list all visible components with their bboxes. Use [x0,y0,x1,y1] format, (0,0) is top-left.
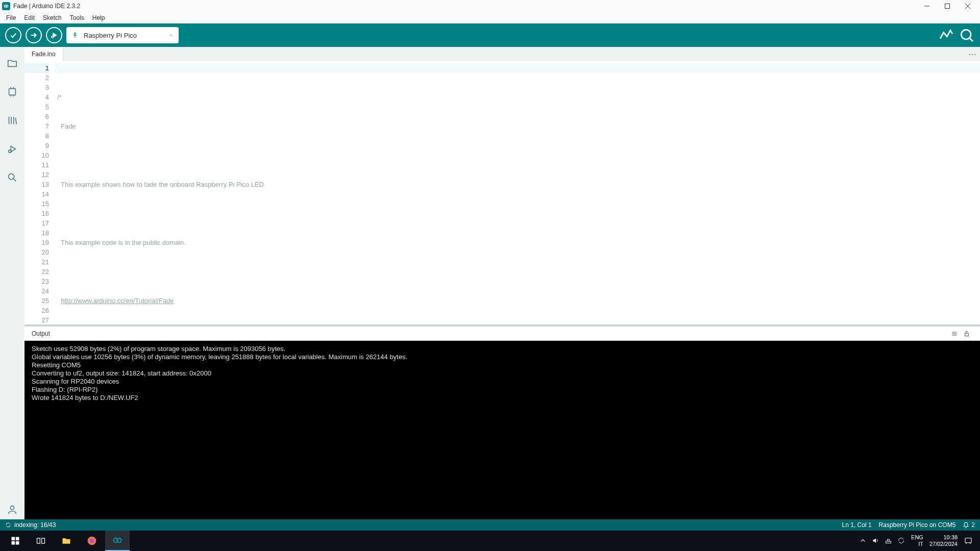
menubar: File Edit Sketch Tools Help [0,12,980,23]
svg-rect-15 [9,89,16,95]
statusbar: indexing: 16/43 Ln 1, Col 1 Raspberry Pi… [0,519,980,531]
titlebar: Fade | Arduino IDE 2.3.2 [0,0,980,12]
svg-rect-34 [16,537,19,541]
upload-button[interactable] [26,27,42,43]
tray-volume-icon[interactable] [872,537,879,545]
sketchbook-icon[interactable] [5,56,19,70]
account-icon[interactable] [5,505,19,519]
menu-edit[interactable]: Edit [20,13,39,22]
status-cursor[interactable]: Ln 1, Col 1 [842,521,872,529]
svg-line-23 [15,118,16,124]
activity-bar [0,47,24,519]
sync-icon [5,522,11,528]
svg-point-13 [961,30,971,39]
tray-sync-icon[interactable] [897,537,905,545]
tray-chevron-icon[interactable] [859,537,867,545]
status-board[interactable]: Raspberry Pi Pico on COM5 [879,521,956,529]
main-area: Fade.ino ⋯ 1 2 3 4 5 6 7 8 9 10 11 12 13… [0,47,980,519]
svg-rect-44 [886,541,891,543]
close-button[interactable] [958,0,978,12]
debug-panel-icon[interactable] [5,142,19,156]
tray-language[interactable]: ENG IT [911,534,923,547]
tray-network-icon[interactable] [885,537,892,545]
verify-button[interactable] [5,27,21,43]
board-name: Raspberry Pi Pico [84,32,137,39]
menu-sketch[interactable]: Sketch [39,13,66,22]
svg-point-40 [90,539,94,543]
svg-line-27 [14,179,16,182]
editor-tabs: Fade.ino ⋯ [24,47,980,61]
output-options-icon[interactable] [948,328,961,340]
windows-taskbar: ENG IT 10:38 27/02/2024 [0,531,980,551]
window-title: Fade | Arduino IDE 2.3.2 [13,3,80,10]
svg-point-25 [9,150,12,153]
search-panel-icon[interactable] [5,170,19,185]
arduino-taskbar-button[interactable] [105,531,130,551]
output-header: Output [24,327,980,341]
app-icon [2,2,10,10]
code-editor[interactable]: 1 2 3 4 5 6 7 8 9 10 11 12 13 14 15 16 1… [24,61,980,324]
svg-rect-46 [965,538,971,543]
status-notifications[interactable]: 2 [963,521,975,529]
menu-tools[interactable]: Tools [66,13,88,22]
svg-rect-33 [12,537,15,541]
svg-rect-3 [945,4,950,9]
svg-marker-43 [873,538,876,543]
boards-manager-icon[interactable] [5,85,19,99]
tab-fade[interactable]: Fade.ino [24,47,63,61]
serial-plotter-button[interactable] [938,27,954,43]
debug-button[interactable] [46,27,62,43]
output-lock-icon[interactable] [961,328,973,340]
chevron-down-icon [168,33,174,38]
line-gutter: 1 2 3 4 5 6 7 8 9 10 11 12 13 14 15 16 1… [24,61,54,324]
firefox-button[interactable] [80,531,104,551]
status-indexing: indexing: 16/43 [14,521,56,529]
output-panel: Output Sketch uses 52908 bytes (2%) of p… [24,324,980,519]
usb-icon [71,32,79,39]
tab-overflow-button[interactable]: ⋯ [965,47,980,61]
toolbar: Raspberry Pi Pico [0,23,980,47]
serial-monitor-button[interactable] [959,27,975,43]
minimize-button[interactable] [917,0,937,12]
svg-line-14 [969,38,973,41]
svg-point-28 [10,506,14,510]
svg-rect-38 [42,538,45,543]
file-explorer-button[interactable] [54,531,79,551]
library-manager-icon[interactable] [5,113,19,128]
start-button[interactable] [3,531,28,551]
output-console[interactable]: Sketch uses 52908 bytes (2%) of program … [24,341,980,519]
code-content[interactable]: /* Fade This example shows how to fade t… [54,61,980,324]
menu-file[interactable]: File [2,13,20,22]
task-view-button[interactable] [29,531,53,551]
bell-icon [963,522,969,529]
maximize-button[interactable] [937,0,958,12]
tray-clock[interactable]: 10:38 27/02/2024 [929,534,958,547]
svg-rect-37 [37,538,40,543]
svg-rect-35 [12,541,15,545]
svg-rect-45 [888,539,890,541]
board-selector[interactable]: Raspberry Pi Pico [66,27,179,43]
svg-rect-32 [965,333,969,336]
svg-point-26 [9,174,14,180]
action-center-button[interactable] [964,536,973,545]
menu-help[interactable]: Help [88,13,109,22]
svg-point-9 [75,33,76,34]
svg-point-8 [52,36,54,38]
editor-column: Fade.ino ⋯ 1 2 3 4 5 6 7 8 9 10 11 12 13… [24,47,980,519]
svg-rect-36 [16,541,19,545]
output-title: Output [32,330,50,337]
system-tray: ENG IT 10:38 27/02/2024 [859,534,977,547]
